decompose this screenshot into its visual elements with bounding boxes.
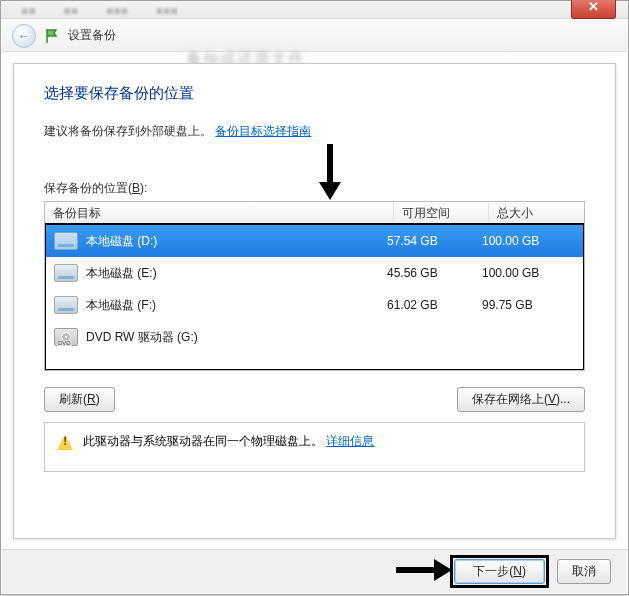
refresh-button[interactable]: 刷新(R) [44,387,115,412]
list-label: 保存备份的位置(B): [44,180,585,197]
drive-name-label: 本地磁盘 (E:) [86,265,157,282]
dvd-drive-icon: DVD [54,328,78,346]
table-header: 备份目标 可用空间 总大小 [45,202,584,224]
drive-total-size: 100.00 GB [482,234,577,248]
warning-icon [57,434,73,450]
wizard-title: 选择要保存备份的位置 [44,84,585,103]
backup-flag-icon [44,28,60,44]
drive-list: 本地磁盘 (D:)57.54 GB100.00 GB本地磁盘 (E:)45.56… [44,223,585,371]
warning-text: 此驱动器与系统驱动器在同一个物理磁盘上。 [83,434,323,448]
back-arrow-icon: ← [18,29,30,43]
drive-row[interactable]: 本地磁盘 (E:)45.56 GB100.00 GB [46,257,583,289]
drive-free-space: 57.54 GB [387,234,482,248]
drive-row[interactable]: 本地磁盘 (F:)61.02 GB99.75 GB [46,289,583,321]
details-link[interactable]: 详细信息 [326,434,374,448]
hard-drive-icon [54,296,78,314]
next-button[interactable]: 下一步(N) [454,559,545,584]
wizard-window: ■■■■■■■■■■ ✕ ← 设置备份 备份或还原文件 选择要保存备份的位置 建… [0,0,629,595]
drive-total-size: 99.75 GB [482,298,577,312]
back-button[interactable]: ← [12,24,36,48]
background-menubar: ■■■■■■■■■■ [1,1,628,19]
drive-free-space: 61.02 GB [387,298,482,312]
hard-drive-icon [54,264,78,282]
warning-content: 此驱动器与系统驱动器在同一个物理磁盘上。 详细信息 [83,433,374,450]
drive-name-label: 本地磁盘 (D:) [86,233,157,250]
drive-total-size: 100.00 GB [482,266,577,280]
hard-drive-icon [54,232,78,250]
close-icon: ✕ [588,0,599,14]
header-bar: ← 设置备份 [2,20,627,52]
button-row: 刷新(R) 保存在网络上(V)... [44,387,585,412]
drive-free-space: 45.56 GB [387,266,482,280]
next-button-highlight: 下一步(N) [450,555,549,588]
footer-bar: 下一步(N) 取消 [2,549,627,593]
col-header-free[interactable]: 可用空间 [394,202,489,223]
drive-table: 备份目标 可用空间 总大小 本地磁盘 (D:)57.54 GB100.00 GB… [44,201,585,371]
drive-name-label: DVD RW 驱动器 (G:) [86,329,198,346]
drive-row[interactable]: DVDDVD RW 驱动器 (G:) [46,321,583,353]
header-title: 设置备份 [68,27,116,44]
cancel-button[interactable]: 取消 [557,559,611,584]
drive-row[interactable]: 本地磁盘 (D:)57.54 GB100.00 GB [46,225,583,257]
drive-name-label: 本地磁盘 (F:) [86,297,156,314]
guide-link[interactable]: 备份目标选择指南 [215,124,311,138]
save-on-network-button[interactable]: 保存在网络上(V)... [457,387,585,412]
col-header-total[interactable]: 总大小 [489,202,584,223]
advice-text: 建议将备份保存到外部硬盘上。 [44,124,212,138]
close-button[interactable]: ✕ [571,0,616,19]
wizard-panel: 选择要保存备份的位置 建议将备份保存到外部硬盘上。 备份目标选择指南 保存备份的… [13,63,616,539]
warning-box: 此驱动器与系统驱动器在同一个物理磁盘上。 详细信息 [44,422,585,472]
col-header-target[interactable]: 备份目标 [45,202,394,223]
advice-line: 建议将备份保存到外部硬盘上。 备份目标选择指南 [44,123,585,140]
